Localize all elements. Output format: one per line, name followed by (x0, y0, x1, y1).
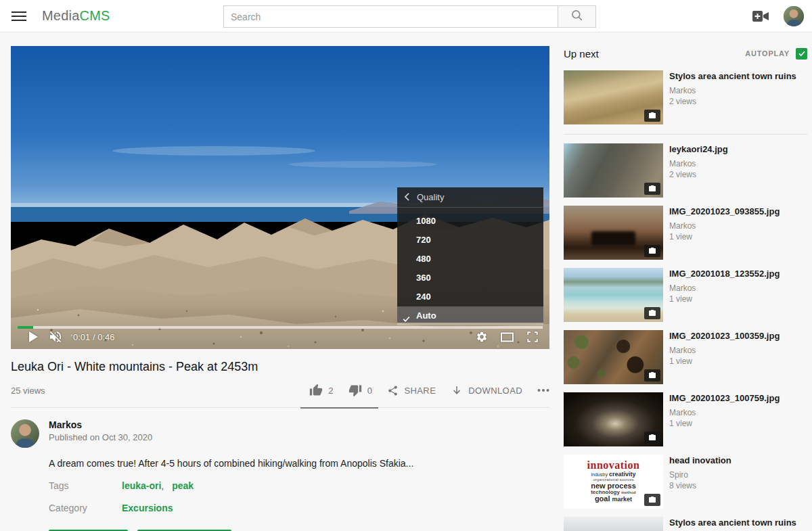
brand-media: Media (42, 8, 79, 23)
user-avatar[interactable] (784, 6, 804, 26)
item-author: Markos (669, 158, 728, 169)
item-title[interactable]: IMG_20201023_093855.jpg (669, 206, 780, 217)
item-views: 1 view (669, 418, 780, 429)
item-info: IMG_20201023_093855.jpg Markos 1 view (669, 206, 780, 260)
item-title[interactable]: IMG_20201023_100359.jpg (669, 331, 780, 342)
autoplay-control: AUTOPLAY (745, 48, 807, 60)
dislike-count: 0 (367, 386, 373, 396)
list-item[interactable]: leykaori24.jpg Markos 2 views (564, 143, 807, 198)
thumbnail[interactable] (564, 330, 663, 384)
up-next-divider (564, 134, 807, 135)
quality-menu-title: Quality (417, 192, 444, 202)
play-icon[interactable] (28, 331, 38, 342)
quality-option-240[interactable]: 240 (397, 287, 543, 306)
item-info: IMG_20201023_100359.jpg Markos 1 view (669, 330, 780, 384)
menu-icon[interactable] (12, 10, 26, 22)
search-input[interactable] (223, 5, 558, 28)
settings-gear-icon[interactable] (476, 331, 488, 343)
item-info: IMG_20201018_123552.jpg Markos 1 view (669, 268, 780, 322)
quality-option-1080[interactable]: 1080 (397, 212, 543, 231)
like-button[interactable]: 2 (309, 384, 334, 397)
view-count: 25 views (11, 386, 45, 396)
volume-muted-icon[interactable] (48, 329, 63, 344)
photo-camera-icon (644, 110, 660, 122)
thumbnail[interactable] (564, 268, 663, 322)
progress-bar[interactable] (18, 326, 543, 329)
tag-link-leuka-ori[interactable]: leuka-ori (122, 480, 161, 491)
item-title[interactable]: IMG_20201018_123552.jpg (669, 269, 780, 279)
author-name[interactable]: Markos (49, 419, 152, 430)
download-button[interactable]: DOWNLOAD (451, 384, 522, 396)
upload-media-icon[interactable] (752, 9, 769, 23)
photo-camera-icon (644, 369, 660, 382)
media-title: Leuka Ori - White mountains - Peak at 24… (11, 360, 549, 374)
dislike-button[interactable]: 0 (348, 384, 373, 397)
search-icon (570, 9, 584, 25)
player-controls-right (476, 331, 539, 343)
progress-played (18, 326, 33, 329)
search-button[interactable] (558, 5, 596, 28)
category-link-excursions[interactable]: Excursions (122, 503, 173, 513)
category-row: Category Excursions (49, 503, 549, 513)
quality-option-auto[interactable]: Auto (397, 306, 543, 325)
category-value: Excursions (122, 503, 173, 513)
author-avatar[interactable] (11, 419, 39, 448)
photo-camera-icon (644, 494, 660, 506)
thumbnail[interactable] (564, 517, 663, 531)
tag-link-peak[interactable]: peak (172, 480, 194, 491)
video-player[interactable]: 0:01 / 0:46 (11, 46, 549, 349)
item-info: Stylos area ancient town ruins (669, 517, 796, 531)
list-item[interactable]: IMG_20201018_123552.jpg Markos 1 view (564, 268, 807, 322)
quality-menu: Quality 1080 720 480 360 240 Auto (397, 187, 543, 323)
item-info: head inovation Spiro 8 views (669, 455, 731, 509)
download-icon (451, 384, 463, 396)
category-label: Category (49, 503, 122, 513)
item-title[interactable]: head inovation (669, 455, 731, 466)
tags-values: leuka-ori, peak (122, 480, 194, 491)
thumbnail[interactable] (564, 143, 663, 198)
item-info: IMG_20201023_100759.jpg Markos 1 view (669, 392, 780, 446)
thumbnail[interactable] (564, 206, 663, 260)
quality-menu-header[interactable]: Quality (397, 187, 543, 208)
list-item[interactable]: Stylos area ancient town ruins (564, 517, 807, 531)
thumbnail-wordcloud[interactable]: innovation industry creativity organizat… (564, 455, 663, 509)
list-item[interactable]: IMG_20201023_100759.jpg Markos 1 view (564, 392, 807, 446)
like-count: 2 (328, 386, 334, 396)
quality-option-720[interactable]: 720 (397, 231, 543, 250)
more-options-button[interactable] (537, 388, 549, 392)
theater-mode-icon[interactable] (500, 331, 514, 343)
quality-option-480[interactable]: 480 (397, 250, 543, 269)
item-title[interactable]: Stylos area ancient town ruins (669, 71, 796, 82)
list-item[interactable]: Stylos area ancient town ruins Markos 2 … (564, 70, 807, 124)
thumb-down-icon (348, 384, 362, 397)
item-title[interactable]: Stylos area ancient town ruins (669, 517, 796, 528)
list-item[interactable]: IMG_20201023_093855.jpg Markos 1 view (564, 206, 807, 260)
item-title[interactable]: leykaori24.jpg (669, 144, 728, 155)
item-views: 2 views (669, 169, 728, 180)
mediacms-page: MediaCMS (0, 0, 812, 531)
list-item[interactable]: IMG_20201023_100359.jpg Markos 1 view (564, 330, 807, 384)
thumbnail[interactable] (564, 70, 663, 124)
photo-camera-icon (644, 432, 660, 444)
up-next-sidebar: Up next AUTOPLAY Stylos area ancient tow… (564, 46, 807, 531)
autoplay-checkbox[interactable] (796, 48, 807, 60)
list-item[interactable]: innovation industry creativity organizat… (564, 455, 807, 509)
photo-camera-icon (644, 183, 660, 195)
thumbnail[interactable] (564, 392, 663, 446)
quality-option-360[interactable]: 360 (397, 269, 543, 287)
item-info: leykaori24.jpg Markos 2 views (669, 143, 728, 198)
item-author: Markos (669, 345, 780, 356)
item-title[interactable]: IMG_20201023_100759.jpg (669, 393, 780, 404)
brand-logo[interactable]: MediaCMS (42, 8, 110, 24)
item-views: 1 view (669, 294, 780, 304)
tags-row: Tags leuka-ori, peak (49, 480, 549, 491)
share-button[interactable]: SHARE (387, 385, 436, 396)
author-info: Markos Published on Oct 30, 2020 (49, 419, 152, 442)
item-views: 1 view (669, 231, 780, 242)
content-area: 0:01 / 0:46 (0, 32, 812, 531)
media-description: A dream comes true! After 4-5 hours of c… (49, 458, 549, 469)
tags-label: Tags (49, 480, 122, 491)
thumb-up-icon (309, 384, 323, 397)
fullscreen-icon[interactable] (526, 331, 539, 343)
photo-camera-icon (644, 307, 660, 319)
